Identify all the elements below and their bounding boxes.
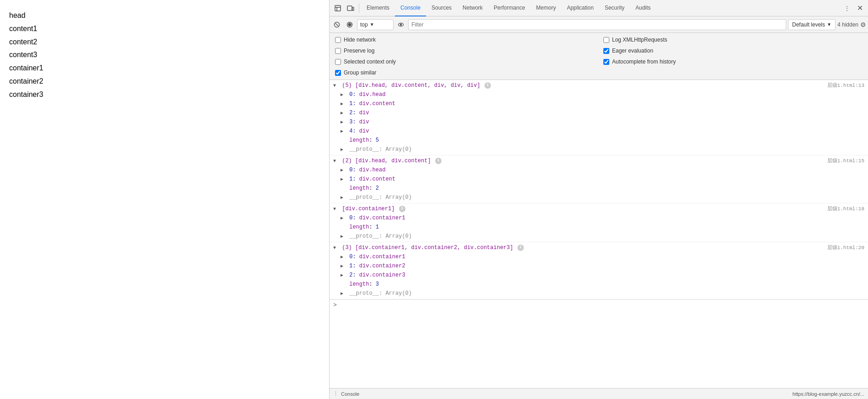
tab-security[interactable]: Security xyxy=(599,0,630,16)
entry-4-toggle-2[interactable] xyxy=(341,263,346,270)
entry-1-text-6: length: 5 xyxy=(349,137,379,144)
entry-4-toggle-5[interactable] xyxy=(341,290,346,297)
console-prompt: > xyxy=(330,299,868,310)
log-xml-checkbox[interactable] xyxy=(603,37,609,43)
group-similar-checkbox[interactable] xyxy=(335,70,341,76)
preserve-log-label[interactable]: Preserve log xyxy=(344,48,374,54)
filter-input[interactable] xyxy=(408,19,786,30)
devtools-tab-bar: Elements Console Sources Network Perform… xyxy=(330,0,868,16)
entry-4-line-2: 1: div.container2 xyxy=(333,261,827,271)
entry-1-line-0: (5) [div.head, div.content, div, div, di… xyxy=(333,81,827,90)
entry-2-info-0[interactable]: i xyxy=(435,158,442,164)
context-selector[interactable]: top ▼ xyxy=(357,19,394,30)
tab-performance[interactable]: Performance xyxy=(488,0,531,16)
entry-1-toggle-2[interactable] xyxy=(341,101,346,107)
eager-eval-label[interactable]: Eager evaluation xyxy=(612,48,653,54)
selected-context-label[interactable]: Selected context only xyxy=(344,59,396,65)
autocomplete-label[interactable]: Autocomplete from history xyxy=(612,59,676,65)
page-item-head: head xyxy=(9,9,320,22)
log-levels-selector[interactable]: Default levels ▼ xyxy=(788,19,836,30)
entry-3-toggle-0[interactable] xyxy=(333,206,339,213)
entry-4-toggle-3[interactable] xyxy=(341,272,346,279)
hide-network-checkbox[interactable] xyxy=(335,37,341,43)
entry-4-toggle-0[interactable] xyxy=(333,245,339,251)
entry-4-line-1: 0: div.container1 xyxy=(333,252,827,261)
hidden-count-badge: 4 hidden ⚙ xyxy=(837,21,866,28)
entry-1-info-0[interactable]: i xyxy=(485,82,491,89)
entry-4-text-2: 1: div.container2 xyxy=(349,263,405,269)
stop-recording-icon[interactable] xyxy=(344,19,355,30)
entry-3-text-0: [div.container1] xyxy=(342,206,394,212)
entry-2-toggle-1[interactable] xyxy=(341,167,346,174)
entry-4-toggle-1[interactable] xyxy=(341,254,346,261)
entry-4-line-0: (3) [div.container1, div.container2, div… xyxy=(333,243,827,252)
eye-icon[interactable] xyxy=(395,19,406,30)
entry-3-source[interactable]: 层级1.html:18 xyxy=(827,204,868,212)
tab-separator xyxy=(359,4,359,13)
eager-eval-checkbox[interactable] xyxy=(603,48,609,54)
entry-3-toggle-3[interactable] xyxy=(341,233,346,240)
settings-icon[interactable]: ⚙ xyxy=(860,21,866,28)
tab-sources[interactable]: Sources xyxy=(426,0,457,16)
entry-1-line-1: 0: div.head xyxy=(333,90,827,99)
entry-1-source[interactable]: 层级1.html:13 xyxy=(827,81,868,89)
entry-4-source[interactable]: 层级1.html:20 xyxy=(827,243,868,251)
tab-elements[interactable]: Elements xyxy=(361,0,395,16)
entry-3-line-2: length: 1 xyxy=(333,223,827,232)
entry-4-line-5: __proto__: Array(0) xyxy=(333,289,827,298)
entry-2-line-4: __proto__: Array(0) xyxy=(333,193,827,202)
entry-1-toggle-1[interactable] xyxy=(341,91,346,98)
entry-1-line-6: length: 5 xyxy=(333,136,827,145)
tab-audits[interactable]: Audits xyxy=(630,0,656,16)
entry-2-line-2: 1: div.content xyxy=(333,175,827,184)
entry-2-content: (2) [div.head, div.content] i 0: div.hea… xyxy=(333,156,827,202)
entry-1-toggle-3[interactable] xyxy=(341,110,346,117)
autocomplete-checkbox[interactable] xyxy=(603,59,609,65)
statusbar-dots: ⋮ xyxy=(333,391,338,397)
tab-console[interactable]: Console xyxy=(395,0,426,16)
page-item-content1: content1 xyxy=(9,22,320,36)
preserve-log-option: Preserve log xyxy=(335,46,594,56)
console-entry-1: (5) [div.head, div.content, div, div, di… xyxy=(330,80,868,155)
entry-1-toggle-4[interactable] xyxy=(341,119,346,126)
statusbar-label: Console xyxy=(341,391,359,397)
entry-4-text-1: 0: div.container1 xyxy=(349,254,405,260)
console-output[interactable]: (5) [div.head, div.content, div, div, di… xyxy=(330,80,868,388)
entry-2-text-0: (2) [div.head, div.content] xyxy=(342,158,431,164)
clear-console-icon[interactable] xyxy=(331,19,342,30)
tab-memory[interactable]: Memory xyxy=(531,0,561,16)
hidden-count-value: 4 hidden xyxy=(837,21,858,28)
tab-network[interactable]: Network xyxy=(457,0,488,16)
entry-1-line-7: __proto__: Array(0) xyxy=(333,145,827,154)
entry-1-toggle-7[interactable] xyxy=(341,146,346,153)
entry-3-content: [div.container1] i 0: div.container1 len… xyxy=(333,204,827,241)
entry-1-text-2: 1: div.content xyxy=(349,101,395,107)
entry-2-toggle-2[interactable] xyxy=(341,176,346,183)
eager-eval-option: Eager evaluation xyxy=(603,46,863,56)
device-toolbar-icon[interactable] xyxy=(344,2,357,15)
tab-application[interactable]: Application xyxy=(561,0,599,16)
more-tabs-icon[interactable]: ⋮ xyxy=(841,2,853,15)
entry-4-text-5: __proto__: Array(0) xyxy=(349,290,412,297)
entry-3-text-2: length: 1 xyxy=(349,224,379,230)
group-similar-label[interactable]: Group similar xyxy=(344,69,376,76)
entry-1-toggle-0[interactable] xyxy=(333,82,339,89)
inspect-element-icon[interactable] xyxy=(331,2,344,15)
entry-3-toggle-1[interactable] xyxy=(341,215,346,222)
entry-1-toggle-5[interactable] xyxy=(341,128,346,135)
entry-2-toggle-4[interactable] xyxy=(341,194,346,201)
page-content: head content1 content2 content3 containe… xyxy=(0,0,329,399)
close-devtools-icon[interactable]: ✕ xyxy=(853,2,866,15)
preserve-log-checkbox[interactable] xyxy=(335,48,341,54)
selected-context-option: Selected context only xyxy=(335,57,594,67)
hide-network-label[interactable]: Hide network xyxy=(344,37,376,43)
entry-2-toggle-0[interactable] xyxy=(333,158,339,165)
selected-context-checkbox[interactable] xyxy=(335,59,341,65)
log-xml-label[interactable]: Log XMLHttpRequests xyxy=(612,37,667,43)
entry-2-source[interactable]: 层级1.html:15 xyxy=(827,156,868,164)
entry-3-text-1: 0: div.container1 xyxy=(349,215,405,221)
entry-4-info-0[interactable]: i xyxy=(517,245,524,251)
entry-2-text-1: 0: div.head xyxy=(349,167,385,173)
entry-2-text-3: length: 2 xyxy=(349,185,379,192)
entry-3-info-0[interactable]: i xyxy=(399,206,405,212)
